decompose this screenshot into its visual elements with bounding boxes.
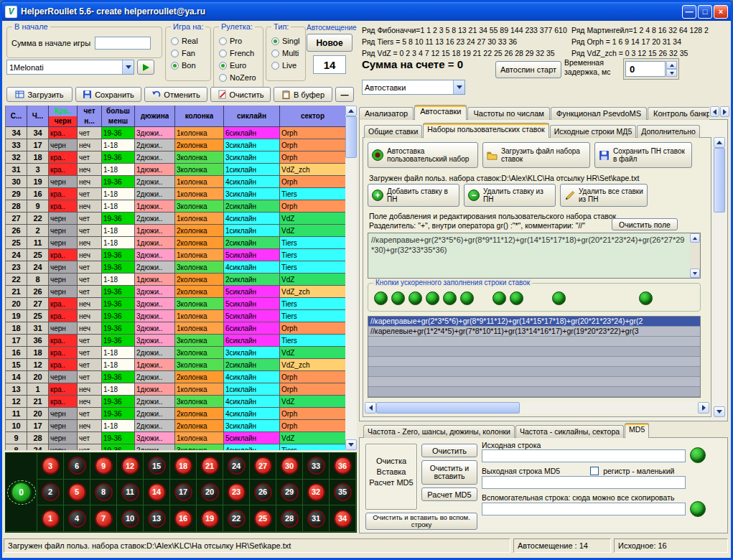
- roulette-number-33[interactable]: 33: [307, 457, 325, 475]
- scroll-up-icon[interactable]: [714, 137, 725, 148]
- quick-fill-button[interactable]: [639, 291, 653, 305]
- spin-row[interactable]: 2916кра..чет1-182дюжи..1колонка3сиклайнT…: [6, 188, 346, 200]
- start-sum-input[interactable]: [95, 37, 151, 50]
- spin-row[interactable]: 131кра..неч1-181дюжи..1колонка1сиклайнOr…: [6, 383, 346, 396]
- tab-дополнительно[interactable]: Дополнительно: [637, 125, 700, 138]
- spin-up-icon[interactable]: [666, 61, 677, 69]
- save-button[interactable]: Сохранить: [75, 87, 141, 102]
- bet-list-empty-row[interactable]: [368, 367, 700, 377]
- spin-row[interactable]: 824чернчет19-362дюжи..3колонка4сиклайнTi…: [6, 444, 346, 450]
- scrollbar-track[interactable]: [376, 402, 698, 414]
- remove-bet-button[interactable]: − Удалить ставку из ПН: [464, 184, 556, 207]
- spin-row[interactable]: 1017черннеч1-182дюжи..2колонка3сиклайнOr…: [6, 420, 346, 432]
- radio-singl[interactable]: Singl: [271, 36, 305, 46]
- tab-функционал-psevdoms[interactable]: Функционал PsevdoMS: [551, 107, 647, 120]
- spin-row[interactable]: 2722чернчет19-362дюжи..1колонка4сиклайнV…: [6, 213, 346, 225]
- scrollbar-track[interactable]: [345, 116, 357, 439]
- scrollbar-track[interactable]: [714, 148, 725, 406]
- radio-pro[interactable]: Pro: [219, 36, 263, 46]
- spin-row[interactable]: 289кра..неч1-181дюжи..3колонка2сиклайнOr…: [6, 200, 346, 213]
- chevron-down-icon[interactable]: [453, 80, 464, 94]
- clear-button[interactable]: Очистить: [210, 87, 271, 102]
- roulette-number-32[interactable]: 32: [307, 483, 325, 501]
- spin-row[interactable]: 1925кра..неч19-363дюжи..1колонка5сиклайн…: [6, 310, 346, 322]
- minimize-button[interactable]: —: [682, 5, 696, 19]
- title-bar[interactable]: V HelperRoullet 5.6- create helperroulle…: [2, 2, 731, 21]
- md5-source-action-button[interactable]: [690, 447, 706, 463]
- autospin-start-button[interactable]: Автоспин старт: [495, 61, 561, 78]
- roulette-number-2[interactable]: 2: [42, 483, 60, 501]
- md5-source-input[interactable]: [482, 449, 686, 462]
- tab-md5[interactable]: MD5: [625, 423, 649, 438]
- undo-button[interactable]: Отменить: [144, 87, 207, 102]
- scroll-left-icon[interactable]: [365, 402, 376, 414]
- new-number-button[interactable]: Новое: [307, 34, 353, 52]
- roulette-number-5[interactable]: 5: [68, 483, 86, 501]
- spin-row[interactable]: 3317черннеч1-182дюжи..2колонка3сиклайнOr…: [6, 139, 346, 151]
- autobets-combobox[interactable]: Автоставки: [362, 80, 465, 95]
- spin-down-icon[interactable]: [666, 69, 677, 77]
- quick-fill-button[interactable]: [460, 291, 474, 305]
- roulette-number-11[interactable]: 11: [121, 483, 139, 501]
- register-checkbox[interactable]: [590, 467, 599, 475]
- spin-row[interactable]: 1831черннеч19-363дюжи..1колонка6сиклайнO…: [6, 322, 346, 335]
- tab-исходные-строки-мд5[interactable]: Исходные строки МД5: [550, 125, 637, 138]
- quick-fill-button[interactable]: [510, 291, 523, 305]
- radio-bon[interactable]: Bon: [171, 60, 210, 70]
- roulette-number-15[interactable]: 15: [148, 457, 166, 475]
- scroll-up-icon[interactable]: [345, 106, 357, 116]
- spin-row[interactable]: 228чернчет1-181дюжи..2колонка2сиклайнVdZ: [6, 274, 346, 286]
- spin-row[interactable]: 928чернчет19-363дюжи..1колонка5сиклайнVd…: [6, 432, 346, 444]
- radio-multi[interactable]: Multi: [271, 48, 305, 58]
- spin-row[interactable]: 3434кра..чет19-363дюжи..1колонка6сиклайн…: [6, 127, 346, 139]
- roulette-number-21[interactable]: 21: [201, 457, 219, 475]
- quick-fill-button[interactable]: [408, 291, 422, 305]
- roulette-number-18[interactable]: 18: [174, 457, 192, 475]
- roulette-number-27[interactable]: 27: [254, 457, 272, 475]
- bet-list-empty-row[interactable]: [368, 347, 700, 357]
- bet-list-item[interactable]: //карелевые+gr(1*2*4*5)+gr(7*8*10*11)+gr…: [368, 327, 700, 337]
- quick-fill-button[interactable]: [492, 291, 506, 305]
- spin-row[interactable]: 3218кра..чет19-362дюжи..3колонка3сиклайн…: [6, 151, 346, 164]
- add-bet-button[interactable]: + Добавить ставку в ПН: [368, 184, 459, 207]
- roulette-number-4[interactable]: 4: [68, 510, 86, 528]
- roulette-number-24[interactable]: 24: [228, 457, 246, 475]
- spin-row[interactable]: 2027кра..неч19-363дюжи..3колонка5сиклайн…: [6, 298, 346, 310]
- close-button[interactable]: ×: [714, 5, 728, 19]
- tab-автоставки[interactable]: Автоставки: [414, 105, 467, 120]
- quick-fill-button[interactable]: [443, 291, 457, 305]
- bet-list-empty-row[interactable]: [368, 337, 700, 347]
- spin-row[interactable]: 3019черннеч19-362дюжи..1колонка4сиклайнO…: [6, 176, 346, 188]
- roulette-number-29[interactable]: 29: [281, 483, 299, 501]
- scrollbar-track[interactable]: [690, 243, 700, 269]
- spin-row[interactable]: 1221кра..неч19-362дюжи..3колонка4сиклайн…: [6, 396, 346, 408]
- tab-анализатор[interactable]: Анализатор: [359, 107, 414, 120]
- bet-edit-field[interactable]: //кареправые+gr(2*3*5*6)+gr(8*9*11*12)+g…: [368, 233, 690, 278]
- roulette-number-35[interactable]: 35: [334, 483, 352, 501]
- chevron-down-icon[interactable]: [122, 60, 134, 74]
- roulette-number-7[interactable]: 7: [95, 510, 113, 528]
- spin-row[interactable]: 313кра..неч1-181дюжи..3колонка1сиклайнVd…: [6, 164, 346, 176]
- radio-nozero[interactable]: NoZero: [219, 73, 263, 83]
- md5-clear-paste-button[interactable]: Очистить и вставить: [421, 460, 477, 485]
- radio-french[interactable]: French: [219, 48, 263, 58]
- roulette-number-23[interactable]: 23: [228, 483, 246, 501]
- roulette-number-34[interactable]: 34: [334, 510, 352, 528]
- delay-value[interactable]: 0: [625, 61, 666, 77]
- roulette-number-19[interactable]: 19: [201, 510, 219, 528]
- autostake-custom-button[interactable]: Автоставка пользовательский набор: [368, 142, 478, 168]
- roulette-number-16[interactable]: 16: [174, 510, 192, 528]
- roulette-number-13[interactable]: 13: [148, 510, 166, 528]
- roulette-number-31[interactable]: 31: [307, 510, 325, 528]
- panel-scrollbar[interactable]: [714, 137, 725, 417]
- spin-row[interactable]: 1512кра..чет1-181дюжи..3колонка2сиклайнV…: [6, 359, 346, 371]
- roulette-number-3[interactable]: 3: [42, 457, 60, 475]
- tab-контроль-банкролла[interactable]: Контроль банкролла: [648, 107, 709, 120]
- scrollbar-thumb[interactable]: [376, 402, 520, 414]
- spin-row[interactable]: 2126чернчет19-363дюжи..2колонка5сиклайнV…: [6, 286, 346, 298]
- quick-fill-button[interactable]: [426, 291, 439, 305]
- scrollbar-thumb[interactable]: [345, 116, 357, 158]
- bets-hscrollbar[interactable]: [365, 402, 709, 414]
- bet-list-empty-row[interactable]: [368, 377, 700, 387]
- radio-live[interactable]: Live: [271, 60, 305, 70]
